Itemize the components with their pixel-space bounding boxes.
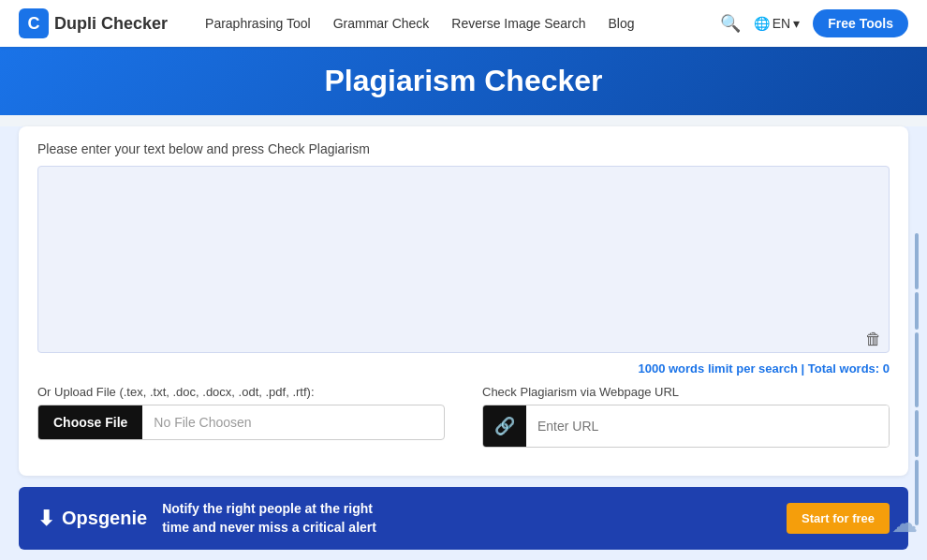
globe-icon: 🌐 xyxy=(754,16,770,31)
lang-label: EN xyxy=(772,16,790,31)
ad-logo-text: Opsgenie xyxy=(62,508,147,529)
main-content: ☁ Please enter your text below and press… xyxy=(0,126,927,560)
hero-banner: Plagiarism Checker xyxy=(0,47,927,115)
logo-text: Dupli Checker xyxy=(54,14,168,34)
choose-file-button[interactable]: Choose File xyxy=(38,405,142,439)
ad-cta-button[interactable]: Start for free xyxy=(787,503,890,534)
trash-icon[interactable]: 🗑 xyxy=(865,330,882,349)
url-icon-box: 🔗 xyxy=(483,405,526,447)
text-input[interactable] xyxy=(37,166,890,353)
ad-banner: ⬇ Opsgenie Notify the right people at th… xyxy=(19,487,908,550)
file-name-display: No File Choosen xyxy=(142,415,444,430)
logo-icon: C xyxy=(19,8,49,38)
page-title: Plagiarism Checker xyxy=(0,64,927,98)
url-section: Check Plagiarism via Webpage URL 🔗 xyxy=(482,385,890,448)
nav-link-blog[interactable]: Blog xyxy=(609,16,635,31)
logo-area: C Dupli Checker xyxy=(19,8,168,38)
cloud-decoration: ☁ xyxy=(891,508,918,538)
nav-link-reverse-image[interactable]: Reverse Image Search xyxy=(451,16,585,31)
textarea-wrapper: 🗑 xyxy=(37,166,890,357)
ad-logo-icon: ⬇ xyxy=(37,507,54,531)
url-input-row: 🔗 xyxy=(482,405,890,448)
deco-bar-4 xyxy=(915,410,919,457)
ad-text: Notify the right people at the right tim… xyxy=(162,500,772,537)
upload-section: Or Upload File (.tex, .txt, .doc, .docx,… xyxy=(37,385,445,440)
deco-bars xyxy=(906,126,927,560)
word-limit-bar: 1000 words limit per search | Total word… xyxy=(37,361,890,376)
word-count: 0 xyxy=(883,361,890,376)
deco-bar-2 xyxy=(915,292,919,330)
language-button[interactable]: 🌐 EN ▾ xyxy=(754,16,800,31)
nav-right: 🔍 🌐 EN ▾ Free Tools xyxy=(720,9,908,37)
free-tools-button[interactable]: Free Tools xyxy=(813,9,908,37)
upload-label: Or Upload File (.tex, .txt, .doc, .docx,… xyxy=(37,385,445,399)
url-input[interactable] xyxy=(526,405,889,447)
nav-link-grammar[interactable]: Grammar Check xyxy=(333,16,430,31)
file-input-row: Choose File No File Choosen xyxy=(37,405,445,440)
checker-card: Please enter your text below and press C… xyxy=(19,126,908,476)
search-icon[interactable]: 🔍 xyxy=(720,13,741,34)
deco-bar-3 xyxy=(915,332,919,407)
nav-links: Paraphrasing Tool Grammar Check Reverse … xyxy=(205,16,720,31)
nav-link-paraphrasing[interactable]: Paraphrasing Tool xyxy=(205,16,311,31)
navbar: C Dupli Checker Paraphrasing Tool Gramma… xyxy=(0,0,927,47)
ad-logo: ⬇ Opsgenie xyxy=(37,507,147,531)
word-limit-text: 1000 words limit per search | Total word… xyxy=(638,361,882,376)
deco-bar-1 xyxy=(915,233,919,289)
link-icon: 🔗 xyxy=(494,416,515,436)
lang-chevron-icon: ▾ xyxy=(793,16,800,31)
instruction-text: Please enter your text below and press C… xyxy=(37,141,890,156)
url-section-label: Check Plagiarism via Webpage URL xyxy=(482,385,890,399)
upload-url-row: Or Upload File (.tex, .txt, .doc, .docx,… xyxy=(37,385,890,448)
